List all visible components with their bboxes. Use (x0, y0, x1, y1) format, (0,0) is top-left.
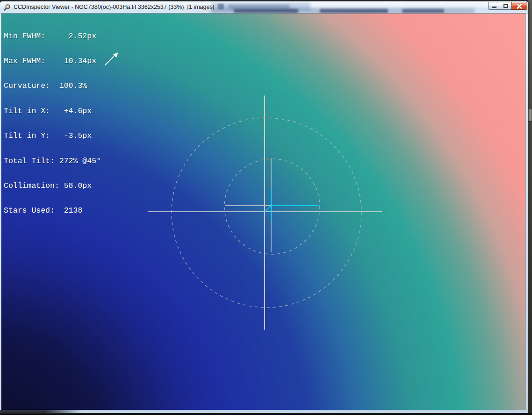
desktop-bottom-strip (0, 413, 532, 415)
maximize-icon (503, 4, 508, 8)
desktop-background: CCDInspector Viewer - NGC7380(oc)-003Ha.… (0, 0, 532, 415)
ccdinspector-viewer-window: CCDInspector Viewer - NGC7380(oc)-003Ha.… (0, 1, 528, 413)
blur-artifact (320, 9, 388, 13)
stats-line: Max FWHM: 10.34px (4, 57, 101, 65)
stats-line: Stars Used: 2138 (4, 207, 101, 215)
app-icon (3, 4, 11, 11)
close-icon (516, 3, 523, 9)
maximize-button[interactable] (500, 2, 512, 10)
stats-line: Min FWHM: 2.52px (4, 32, 101, 41)
red-tick-outer-circle (260, 118, 273, 118)
background-scrollbar-notch (528, 109, 532, 121)
stats-line: Curvature: 100.3% (4, 82, 101, 90)
bottom-border-shadow (0, 410, 82, 413)
blur-artifact (402, 9, 444, 13)
titlebar[interactable]: CCDInspector Viewer - NGC7380(oc)-003Ha.… (0, 1, 528, 14)
dashed-circle-inner (224, 159, 320, 254)
window-title: CCDInspector Viewer - NGC7380(oc)-003Ha.… (14, 1, 214, 14)
stats-line: Tilt in Y: -3.5px (4, 132, 101, 140)
caption-buttons (488, 2, 527, 10)
fwhm-stats-readout: Min FWHM: 2.52px Max FWHM: 10.34px Curva… (4, 15, 101, 232)
tilt-direction-arrow (105, 57, 114, 65)
fwhm-map-canvas[interactable]: Min FWHM: 2.52px Max FWHM: 10.34px Curva… (1, 14, 525, 410)
dashed-circle-outer (172, 118, 361, 308)
blur-artifact (234, 9, 298, 13)
minimize-button[interactable] (488, 2, 500, 10)
stats-line: Collimation: 58.0px (4, 182, 101, 190)
stats-line: Tilt in X: +4.6px (4, 107, 101, 115)
close-button[interactable] (511, 2, 527, 10)
minimize-icon (492, 7, 496, 8)
cyan-offset-diagonal (265, 206, 271, 212)
stats-line: Total Tilt: 272% @45° (4, 157, 101, 165)
desktop-right-strip (528, 0, 532, 415)
